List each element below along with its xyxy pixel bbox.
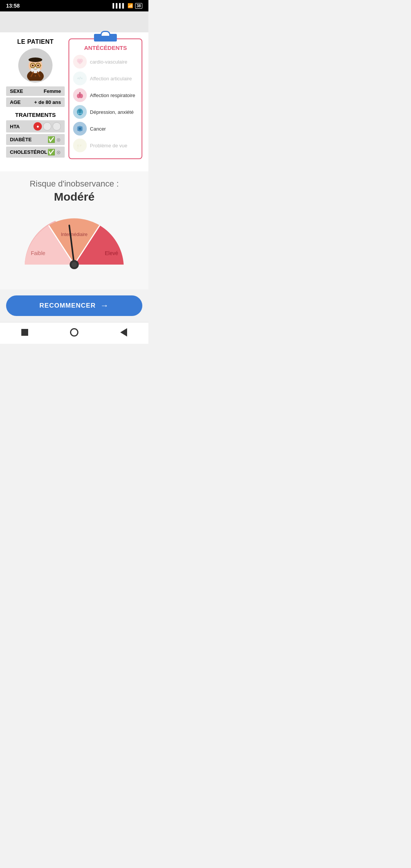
vue-icon: E F P	[73, 139, 87, 152]
age-label: AGE	[10, 99, 21, 105]
nav-recent-button[interactable]	[118, 327, 129, 338]
svg-point-30	[77, 129, 79, 131]
top-bar	[0, 11, 148, 32]
vue-text: Problème de vue	[90, 143, 127, 148]
main-content: LE PATIENT	[0, 32, 148, 171]
recommencer-button[interactable]: RECOMMENCER →	[6, 295, 142, 316]
hta-label: HTA	[10, 124, 20, 129]
nav-circle-icon	[70, 328, 78, 337]
patient-title: LE PATIENT	[17, 38, 54, 45]
status-bar: 13:58 ▌▌▌▌ 📶 38	[0, 0, 148, 11]
gauge-container: Faible Intermédiaire Elevé	[17, 209, 131, 270]
articulaire-text: Affection articulaire	[90, 76, 132, 81]
antecedents-panel: ANTÉCÉDENTS cardio-vasculaire	[68, 38, 142, 159]
antecedent-item-respiratoire[interactable]: Affection respiratoire	[73, 88, 138, 102]
depression-text: Dépression, anxiété	[90, 109, 134, 115]
respiratoire-text: Affection respiratoire	[90, 93, 135, 98]
svg-point-17	[81, 78, 83, 79]
age-value: + de 80 ans	[34, 99, 61, 105]
svg-point-25	[81, 113, 82, 114]
svg-point-31	[81, 129, 83, 131]
antecedent-item-articulaire[interactable]: Affection articulaire	[73, 72, 138, 85]
cancer-icon	[73, 122, 87, 136]
antecedents-title: ANTÉCÉDENTS	[73, 45, 138, 51]
age-row: AGE + de 80 ans	[6, 97, 65, 107]
antecedent-item-vue[interactable]: E F P Problème de vue	[73, 139, 138, 152]
antecedent-item-cardio[interactable]: cardio-vasculaire	[73, 55, 138, 69]
svg-text:Intermédiaire: Intermédiaire	[61, 232, 88, 237]
svg-text:Faible: Faible	[31, 250, 45, 256]
treatment-row-hta: HTA ●	[6, 120, 65, 132]
svg-point-21	[79, 92, 81, 94]
risk-label-value: Modéré	[6, 190, 142, 203]
cholesterol-icons: ✅ ⊗	[48, 148, 61, 156]
respiratoire-icon	[73, 88, 87, 102]
signal-icon: ▌▌▌▌	[113, 3, 126, 8]
antecedent-item-cancer[interactable]: Cancer	[73, 122, 138, 136]
antecedent-item-depression[interactable]: Dépression, anxiété	[73, 105, 138, 119]
battery-icon: 38	[135, 3, 142, 9]
recommencer-arrow-icon: →	[100, 301, 109, 311]
diabete-x[interactable]: ⊗	[56, 137, 61, 143]
cholesterol-label: CHOLESTÉROL	[10, 149, 47, 155]
svg-point-33	[80, 131, 81, 132]
top-section: LE PATIENT	[6, 38, 142, 159]
depression-icon	[73, 105, 87, 119]
bottom-spacer	[0, 274, 148, 289]
svg-point-46	[72, 262, 77, 267]
risk-label-title: Risque d'inobservance :	[6, 179, 142, 189]
recommencer-label: RECOMMENCER	[40, 302, 96, 310]
patient-panel: LE PATIENT	[6, 38, 65, 159]
diabete-check[interactable]: ✅	[48, 136, 55, 143]
nav-home-button[interactable]	[69, 327, 80, 338]
cholesterol-x[interactable]: ⊗	[56, 149, 61, 155]
cardio-icon	[73, 55, 87, 69]
nav-triangle-icon	[120, 328, 127, 337]
svg-point-12	[32, 65, 34, 67]
svg-point-27	[79, 128, 81, 130]
treatment-row-diabete: DIABÈTE ✅ ⊗	[6, 134, 65, 145]
svg-text:Elevé: Elevé	[105, 250, 118, 256]
svg-point-28	[77, 126, 79, 128]
avatar	[18, 48, 53, 83]
recommencer-section: RECOMMENCER →	[0, 289, 148, 322]
sexe-value: Femme	[44, 88, 61, 94]
hta-icons: ●	[33, 122, 61, 131]
gauge-section: Risque d'inobservance : Modéré Faible In…	[0, 171, 148, 274]
sexe-row: SEXE Femme	[6, 86, 65, 96]
clipboard-clip	[94, 34, 117, 41]
treatment-row-cholesterol: CHOLESTÉROL ✅ ⊗	[6, 147, 65, 158]
articulaire-icon	[73, 72, 87, 85]
svg-point-24	[78, 113, 80, 114]
svg-point-35	[82, 128, 83, 129]
status-time: 13:58	[6, 3, 20, 9]
hta-radio-3[interactable]	[53, 122, 61, 131]
cancer-text: Cancer	[90, 126, 106, 132]
svg-text:F: F	[80, 144, 82, 147]
status-icons: ▌▌▌▌ 📶 38	[113, 3, 142, 9]
diabete-icons: ✅ ⊗	[48, 136, 61, 143]
svg-rect-23	[79, 110, 81, 113]
hta-radio-selected[interactable]: ●	[33, 122, 42, 131]
wifi-icon: 📶	[127, 3, 133, 8]
svg-point-29	[81, 126, 83, 128]
cardio-text: cardio-vasculaire	[90, 59, 127, 65]
hta-radio-2[interactable]	[43, 122, 51, 131]
svg-point-34	[77, 128, 78, 129]
cholesterol-check[interactable]: ✅	[48, 148, 55, 156]
diabete-label: DIABÈTE	[10, 137, 32, 142]
nav-square-icon	[21, 329, 28, 336]
nav-back-button[interactable]	[19, 327, 30, 338]
svg-point-16	[77, 78, 79, 79]
traitements-title: TRAITEMENTS	[15, 112, 56, 118]
nav-bar	[0, 322, 148, 344]
svg-point-13	[37, 65, 39, 67]
svg-point-5	[29, 57, 42, 62]
svg-point-32	[80, 126, 81, 127]
svg-point-2	[35, 75, 36, 77]
svg-text:P: P	[77, 147, 79, 149]
sexe-label: SEXE	[10, 88, 23, 94]
